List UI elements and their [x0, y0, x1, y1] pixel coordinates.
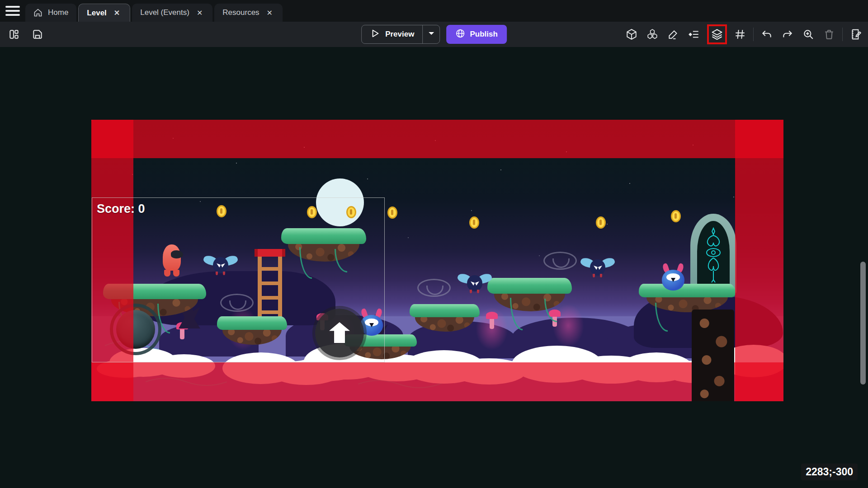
preview-button[interactable]: Preview — [361, 25, 440, 44]
coin-instance[interactable] — [596, 216, 606, 229]
score-text[interactable]: Score: 0 — [97, 202, 145, 216]
tab-level[interactable]: Level ✕ — [78, 4, 130, 22]
globe-icon — [455, 28, 465, 41]
home-icon — [33, 8, 42, 17]
camera-viewport-outline — [92, 197, 385, 362]
portal-instance[interactable] — [690, 214, 736, 294]
close-icon[interactable]: ✕ — [112, 8, 122, 18]
publish-label: Publish — [470, 30, 497, 39]
tab-bar: Home Level ✕ Level (Events) ✕ Resources … — [0, 0, 868, 22]
coin-instance[interactable] — [671, 210, 681, 222]
instances-list-icon[interactable] — [686, 27, 702, 42]
undo-icon[interactable] — [759, 27, 774, 42]
save-icon[interactable] — [30, 27, 45, 42]
play-icon — [370, 28, 380, 41]
layers-icon[interactable] — [709, 27, 725, 42]
close-icon[interactable]: ✕ — [195, 8, 204, 18]
caret-down-icon — [428, 30, 435, 39]
tab-label: Level (Events) — [140, 8, 189, 17]
tab-home[interactable]: Home — [25, 4, 76, 22]
menu-icon[interactable] — [5, 5, 21, 17]
eye-decoration — [543, 252, 577, 270]
scene-editor-canvas[interactable]: Score: 0 2283;-300 — [0, 47, 868, 488]
tab-level-events[interactable]: Level (Events) ✕ — [132, 4, 212, 22]
tab-resources[interactable]: Resources ✕ — [214, 4, 283, 22]
level-border-bottom[interactable] — [91, 362, 783, 401]
coin-instance[interactable] — [469, 216, 479, 229]
redo-icon[interactable] — [780, 27, 795, 42]
editor-toolbar: Preview Publish — [0, 22, 868, 47]
eye-decoration — [417, 279, 451, 297]
dirt-column[interactable] — [692, 310, 734, 401]
edit-scene-properties-icon[interactable] — [848, 27, 863, 42]
monster-enemy-instance[interactable] — [661, 263, 685, 291]
objects-cube-icon[interactable] — [624, 27, 639, 42]
layout-panels-icon[interactable] — [6, 27, 22, 42]
platform-instance[interactable] — [410, 304, 480, 333]
level-scene[interactable]: Score: 0 — [91, 120, 783, 401]
layers-highlight-box — [707, 24, 727, 44]
preview-label: Preview — [385, 30, 414, 39]
object-groups-icon[interactable] — [645, 27, 660, 42]
tab-label: Resources — [222, 8, 259, 17]
tab-label: Home — [48, 8, 68, 17]
cursor-coordinates: 2283;-300 — [801, 464, 858, 480]
preview-dropdown-button[interactable] — [422, 25, 439, 43]
level-border-top[interactable] — [91, 120, 783, 158]
portal-glyph — [701, 227, 726, 286]
zoom-in-icon[interactable] — [801, 27, 816, 42]
vertical-scrollbar[interactable] — [860, 262, 866, 385]
coin-instance[interactable] — [387, 206, 397, 219]
close-icon[interactable]: ✕ — [265, 8, 274, 18]
tab-label: Level — [87, 9, 106, 18]
delete-trash-icon[interactable] — [821, 27, 837, 42]
grid-icon[interactable] — [732, 27, 748, 42]
platform-instance[interactable] — [487, 278, 572, 312]
bat-enemy-instance[interactable] — [580, 258, 615, 278]
level-border-right[interactable] — [735, 120, 783, 401]
edit-pencil-icon[interactable] — [665, 27, 681, 42]
bat-enemy-instance[interactable] — [458, 273, 492, 294]
publish-button[interactable]: Publish — [446, 25, 506, 44]
